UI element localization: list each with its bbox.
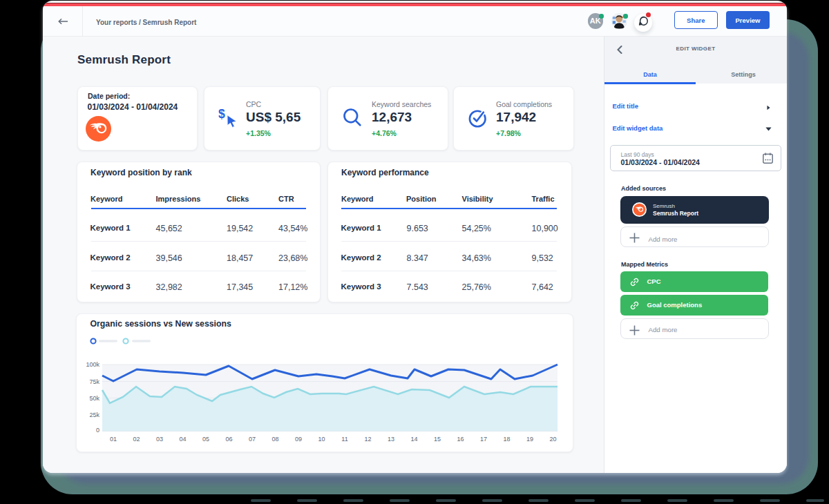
svg-text:02: 02	[133, 436, 140, 443]
svg-text:07: 07	[249, 436, 256, 443]
svg-text:17: 17	[480, 436, 487, 443]
svg-text:09: 09	[295, 436, 302, 443]
svg-text:13: 13	[388, 436, 394, 443]
svg-text:0: 0	[96, 427, 99, 434]
svg-text:03: 03	[156, 436, 163, 443]
svg-text:08: 08	[271, 436, 278, 443]
svg-text:50k: 50k	[89, 394, 99, 401]
svg-text:01: 01	[110, 436, 117, 443]
svg-text:18: 18	[503, 436, 510, 443]
svg-text:19: 19	[526, 436, 533, 443]
svg-text:16: 16	[457, 436, 464, 443]
svg-text:04: 04	[179, 436, 186, 443]
svg-text:14: 14	[410, 436, 417, 443]
svg-text:25k: 25k	[89, 411, 99, 418]
svg-text:75k: 75k	[89, 378, 99, 385]
svg-text:15: 15	[434, 436, 441, 443]
svg-text:100k: 100k	[86, 361, 99, 368]
svg-text:10: 10	[318, 436, 325, 443]
svg-text:12: 12	[364, 436, 371, 443]
svg-text:06: 06	[225, 436, 232, 443]
svg-text:20: 20	[549, 436, 556, 443]
svg-text:11: 11	[341, 436, 347, 443]
svg-text:05: 05	[202, 436, 209, 443]
